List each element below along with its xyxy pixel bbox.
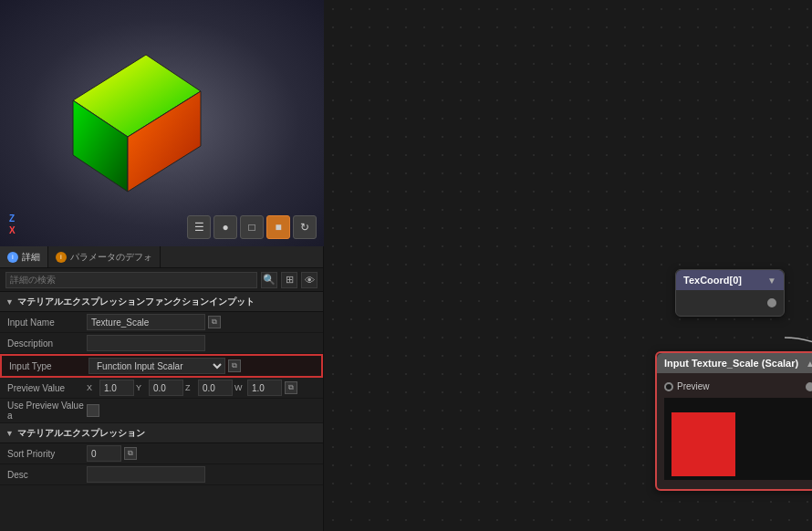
vp-btn-1[interactable]: ☰ xyxy=(187,215,211,239)
texcoord-body xyxy=(676,290,784,316)
x-input[interactable] xyxy=(99,380,134,396)
z-label: Z xyxy=(185,383,196,392)
prop-use-preview: Use Preview Value a xyxy=(0,399,323,423)
input-scale-preview xyxy=(664,398,812,480)
preview-copy[interactable]: ⧉ xyxy=(285,381,297,394)
viewport-toolbar: ☰ ● □ ■ ↻ xyxy=(187,215,317,239)
x-axis-label: X xyxy=(9,225,16,235)
properties-panel: ▼ マテリアルエクスプレッションファンクションインプット Input Name … xyxy=(0,292,323,531)
tab-bar: i 詳細 i パラメータのデフォ xyxy=(0,246,323,268)
prop-input-type: Input Type Function Input Scalar Functio… xyxy=(0,354,323,378)
tab-details[interactable]: i 詳細 xyxy=(0,246,48,267)
input-type-copy[interactable]: ⧉ xyxy=(228,359,241,372)
section-arrow-1: ▼ xyxy=(5,297,14,307)
y-input[interactable] xyxy=(149,380,183,396)
tab-params[interactable]: i パラメータのデフォ xyxy=(48,246,161,267)
input-scale-collapse[interactable]: ▲ xyxy=(806,359,812,369)
input-type-dropdown[interactable]: Function Input Scalar Function Input Vec… xyxy=(88,358,225,374)
search-input[interactable] xyxy=(5,272,257,288)
value-input-name: ⧉ xyxy=(87,314,323,330)
label-use-preview: Use Preview Value a xyxy=(0,401,87,421)
viewport: Z X ☰ ● □ ■ ↻ xyxy=(0,0,324,246)
section-title-1: マテリアルエクスプレッションファンクションインプット xyxy=(17,296,255,308)
left-panel: Z X ☰ ● □ ■ ↻ i 詳細 i パラメータのデフォ 🔍 ⊞ � xyxy=(0,0,324,531)
input-scale-body: Preview xyxy=(657,373,812,489)
value-desc xyxy=(87,466,323,483)
y-label: Y xyxy=(136,383,147,392)
node-texcoord[interactable]: TexCoord[0] ▼ xyxy=(675,269,785,317)
input-name-copy[interactable]: ⧉ xyxy=(208,316,221,328)
tab-icon-info: i xyxy=(7,252,18,263)
use-preview-checkbox[interactable] xyxy=(87,404,99,417)
label-sort-priority: Sort Priority xyxy=(0,449,87,459)
value-description xyxy=(87,335,323,351)
texcoord-output-pin xyxy=(676,296,784,310)
sort-priority-input[interactable] xyxy=(87,445,121,462)
vp-btn-refresh[interactable]: ↻ xyxy=(293,215,317,239)
section-header-1[interactable]: ▼ マテリアルエクスプレッションファンクションインプット xyxy=(0,292,323,312)
z-input[interactable] xyxy=(198,380,233,396)
texcoord-title: TexCoord[0] xyxy=(683,275,742,286)
texcoord-header[interactable]: TexCoord[0] ▼ xyxy=(676,270,784,290)
label-description: Description xyxy=(0,338,87,349)
xyz-inputs: X Y Z W xyxy=(87,380,282,396)
viewport-background: Z X ☰ ● □ ■ ↻ xyxy=(0,0,324,246)
input-scale-output-pin[interactable] xyxy=(806,382,812,391)
axis-indicator: Z X xyxy=(9,213,16,235)
grid-view-btn[interactable]: ⊞ xyxy=(281,272,297,288)
input-scale-header[interactable]: Input Texture_Scale (Scalar) ▲ xyxy=(657,353,812,373)
prop-desc: Desc xyxy=(0,464,323,485)
search-icon-btn[interactable]: 🔍 xyxy=(261,272,277,288)
vp-btn-sphere[interactable]: ● xyxy=(213,215,237,239)
z-axis-label: Z xyxy=(9,213,16,224)
search-bar: 🔍 ⊞ 👁 xyxy=(0,268,323,292)
sort-priority-copy[interactable]: ⧉ xyxy=(124,447,137,460)
prop-description: Description xyxy=(0,333,323,354)
label-input-name: Input Name xyxy=(0,318,87,328)
input-scale-preview-row: Preview xyxy=(657,379,812,394)
tab-icon-params: i xyxy=(56,252,67,263)
input-scale-preview-label: Preview xyxy=(677,381,710,391)
input-scale-title: Input Texture_Scale (Scalar) xyxy=(664,358,798,369)
input-name-field[interactable] xyxy=(87,314,205,330)
preview-red-square xyxy=(671,412,735,476)
desc-field[interactable] xyxy=(87,466,205,483)
w-label: W xyxy=(234,383,245,392)
vp-btn-solid[interactable]: ■ xyxy=(266,215,290,239)
label-preview-value: Preview Value xyxy=(0,383,87,393)
value-use-preview xyxy=(87,404,323,417)
texcoord-output-pin-circle[interactable] xyxy=(767,298,776,307)
vp-btn-wire[interactable]: □ xyxy=(240,215,264,239)
section-arrow-2: ▼ xyxy=(5,429,14,438)
eye-btn[interactable]: 👁 xyxy=(301,272,318,288)
label-input-type: Input Type xyxy=(2,361,88,371)
tab-params-label: パラメータのデフォ xyxy=(70,251,152,264)
description-field[interactable] xyxy=(87,335,205,351)
node-editor[interactable]: TexCoord[0] ▼ Input Texture_Scale (Scala… xyxy=(324,0,812,531)
value-preview-value: X Y Z W ⧉ xyxy=(87,380,323,396)
tab-details-label: 詳細 xyxy=(22,251,40,264)
value-sort-priority: ⧉ xyxy=(87,445,323,462)
3d-cube xyxy=(27,27,228,210)
prop-input-name: Input Name ⧉ xyxy=(0,312,323,333)
value-input-type: Function Input Scalar Function Input Vec… xyxy=(88,358,321,374)
section-header-2[interactable]: ▼ マテリアルエクスプレッション xyxy=(0,423,323,443)
texcoord-collapse[interactable]: ▼ xyxy=(767,276,776,286)
prop-preview-value: Preview Value X Y Z W ⧉ xyxy=(0,378,323,399)
section-title-2: マテリアルエクスプレッション xyxy=(17,427,145,440)
label-desc: Desc xyxy=(0,470,87,480)
prop-sort-priority: Sort Priority ⧉ xyxy=(0,443,323,464)
input-scale-preview-pin[interactable] xyxy=(664,382,673,391)
w-input[interactable] xyxy=(247,380,282,396)
x-label: X xyxy=(87,383,98,392)
node-input-scale[interactable]: Input Texture_Scale (Scalar) ▲ Preview xyxy=(655,351,812,491)
